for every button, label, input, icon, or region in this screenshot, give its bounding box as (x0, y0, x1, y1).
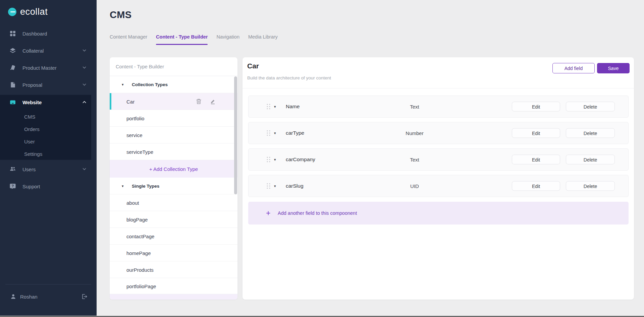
sidebar-item-collateral[interactable]: Collateral (0, 44, 97, 58)
selected-indicator (110, 93, 111, 110)
sidebar-section-website: Website CMS Orders User Settings (0, 95, 91, 160)
collection-item-service[interactable]: service (110, 127, 237, 143)
sidebar-item-user[interactable]: User (0, 135, 91, 147)
drag-handle-icon[interactable] (266, 183, 271, 189)
list-item-label: service (126, 132, 143, 138)
add-single-type-row-partial[interactable] (110, 294, 237, 300)
single-item-ourproducts[interactable]: ourProducts (110, 261, 237, 278)
edit-button[interactable]: Edit (512, 102, 560, 112)
tab-bar: Content Manager Content - Type Builder N… (110, 34, 278, 45)
tab-navigation[interactable]: Navigation (216, 34, 239, 45)
list-item-label: ourProducts (126, 267, 154, 272)
single-types-header[interactable]: ▾ Single Types (110, 178, 237, 194)
collection-item-servicetype[interactable]: serviceType (110, 143, 237, 160)
add-collection-type-button[interactable]: + Add Collection Type (110, 160, 237, 178)
caret-down-icon[interactable]: ▾ (274, 157, 276, 162)
caret-down-icon: ▾ (122, 82, 124, 87)
collection-types-header[interactable]: ▾ Collection Types (110, 76, 237, 93)
chevron-down-icon (83, 83, 86, 86)
field-name: carCompany (286, 156, 315, 163)
panel-scrollbar-thumb[interactable] (234, 76, 237, 194)
caret-down-icon[interactable]: ▾ (274, 131, 276, 135)
tab-content-manager[interactable]: Content Manager (110, 34, 147, 45)
add-collection-type-label: + Add Collection Type (110, 166, 237, 172)
tab-content-type-builder[interactable]: Content - Type Builder (156, 34, 208, 45)
delete-button[interactable]: Delete (566, 155, 615, 165)
tab-media-library[interactable]: Media Library (248, 34, 278, 45)
single-item-about[interactable]: about (110, 194, 237, 211)
single-item-portfoliopage[interactable]: portfolioPage (110, 278, 237, 294)
collection-item-car[interactable]: Car (110, 93, 237, 110)
add-another-field-button[interactable]: + Add another field to this compoonent (248, 202, 629, 225)
sidebar-item-product-master[interactable]: Product Master (0, 61, 97, 75)
chevron-down-icon (83, 66, 86, 69)
brand-logo-icon (8, 8, 16, 16)
list-item-label: blogPage (126, 216, 148, 222)
document-icon (10, 82, 16, 88)
field-type: Text (394, 104, 435, 110)
content-type-detail-panel: Car Build the data architecture of your … (243, 57, 634, 300)
brand-name: ecollat (20, 7, 48, 17)
sidebar-item-orders[interactable]: Orders (0, 123, 91, 135)
sidebar: ecollat Dashboard Collateral Product Mas… (0, 0, 97, 317)
sidebar-subitem-label: CMS (24, 114, 35, 119)
chevron-down-icon (83, 168, 86, 171)
laptop-icon (10, 99, 16, 105)
sidebar-subitem-label: Settings (24, 151, 42, 156)
user-name: Roshan (20, 294, 38, 300)
sidebar-item-label: Product Master (22, 65, 57, 71)
drag-handle-icon[interactable] (266, 104, 271, 110)
field-name: Name (286, 104, 300, 110)
logout-icon[interactable] (81, 294, 87, 300)
list-item-label: portfolioPage (126, 283, 156, 289)
dashboard-icon (10, 30, 16, 37)
content-type-builder-panel: Content - Type Builder ▾ Collection Type… (110, 57, 237, 300)
sidebar-item-support[interactable]: ? Support (0, 179, 97, 193)
field-name: carType (286, 130, 304, 136)
sidebar-item-proposal[interactable]: Proposal (0, 78, 97, 92)
sidebar-item-cms[interactable]: CMS (0, 110, 91, 123)
page-title: CMS (110, 9, 131, 20)
trash-icon[interactable] (196, 99, 202, 105)
section-label: Collection Types (132, 82, 168, 87)
sidebar-item-settings[interactable]: Settings (0, 147, 91, 160)
sidebar-item-dashboard[interactable]: Dashboard (0, 26, 97, 41)
single-item-blogpage[interactable]: blogPage (110, 211, 237, 228)
add-field-button[interactable]: Add field (552, 63, 595, 73)
chevron-down-icon (83, 49, 86, 52)
field-type: Text (394, 157, 435, 163)
list-item-label: homePage (126, 250, 151, 256)
field-row-name: ▾ Name Text Edit Delete (248, 96, 629, 118)
sidebar-item-website[interactable]: Website (0, 95, 91, 110)
edit-button[interactable]: Edit (512, 155, 560, 165)
content-type-title: Car (247, 62, 259, 70)
save-button[interactable]: Save (597, 63, 630, 73)
person-icon (10, 294, 16, 300)
chevron-up-icon (83, 101, 86, 104)
edit-pencil-icon[interactable] (210, 99, 216, 105)
brand-logo: ecollat (8, 7, 48, 17)
list-item-label: contactPage (126, 233, 154, 239)
sidebar-item-users[interactable]: Users (0, 162, 97, 176)
field-row-carslug: ▾ carSlug UID Edit Delete (248, 175, 629, 197)
caret-down-icon[interactable]: ▾ (274, 105, 276, 109)
sidebar-divider (5, 284, 91, 284)
sidebar-subitem-label: Orders (24, 126, 40, 132)
edit-button[interactable]: Edit (512, 128, 560, 138)
section-label: Single Types (132, 183, 159, 188)
svg-text:?: ? (12, 184, 14, 188)
single-item-contactpage[interactable]: contactPage (110, 228, 237, 245)
drag-handle-icon[interactable] (266, 130, 271, 136)
delete-button[interactable]: Delete (566, 102, 615, 112)
sidebar-item-label: Users (22, 167, 36, 172)
delete-button[interactable]: Delete (566, 128, 615, 138)
list-item-label: Car (126, 99, 135, 104)
window-bottom-edge (0, 316, 644, 317)
collection-item-portfolio[interactable]: portfolio (110, 110, 237, 127)
caret-down-icon[interactable]: ▾ (274, 184, 276, 188)
delete-button[interactable]: Delete (566, 181, 615, 191)
single-item-homepage[interactable]: homePage (110, 245, 237, 261)
plus-icon: + (266, 209, 270, 218)
drag-handle-icon[interactable] (266, 156, 271, 163)
edit-button[interactable]: Edit (512, 181, 560, 191)
